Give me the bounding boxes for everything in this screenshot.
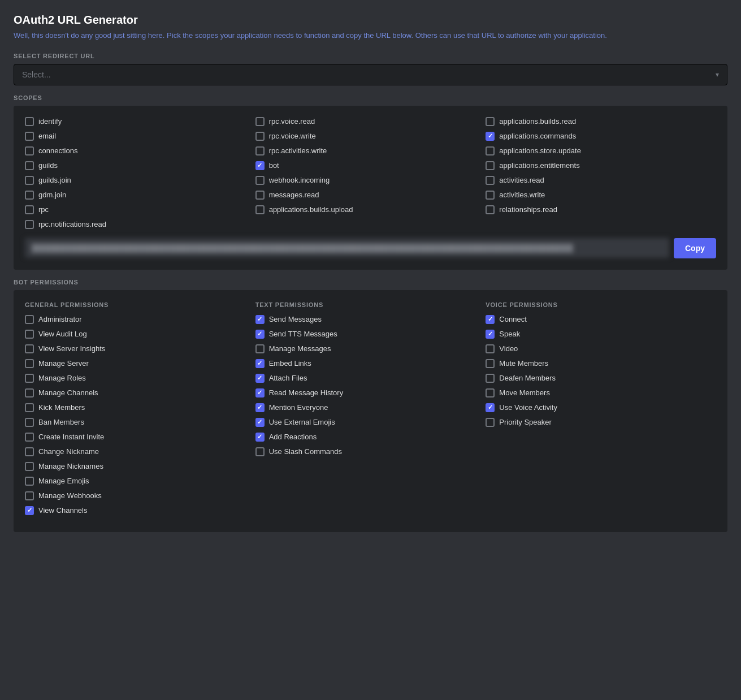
perm-checkbox[interactable] xyxy=(25,447,34,456)
perm-item[interactable]: Manage Messages xyxy=(255,344,475,353)
perm-item[interactable]: Manage Roles xyxy=(25,374,244,383)
perm-checkbox[interactable] xyxy=(25,506,34,515)
scope-checkbox-messages.read[interactable] xyxy=(255,191,265,200)
perm-item[interactable]: Read Message History xyxy=(255,388,475,397)
perm-item[interactable]: View Server Insights xyxy=(25,344,244,353)
scope-item[interactable]: guilds xyxy=(25,161,255,170)
perm-checkbox[interactable] xyxy=(486,388,495,397)
perm-checkbox[interactable] xyxy=(255,403,265,412)
redirect-select[interactable]: Select... ▾ xyxy=(14,64,727,85)
scope-checkbox-connections[interactable] xyxy=(25,146,34,155)
scope-item[interactable]: applications.store.update xyxy=(486,146,716,155)
perm-checkbox[interactable] xyxy=(255,447,265,456)
perm-item[interactable]: Connect xyxy=(486,315,705,324)
scope-item[interactable]: email xyxy=(25,132,255,141)
perm-item[interactable]: Mute Members xyxy=(486,359,705,368)
scope-checkbox-bot[interactable] xyxy=(255,161,265,170)
perm-item[interactable]: Kick Members xyxy=(25,403,244,412)
perm-checkbox[interactable] xyxy=(486,403,495,412)
perm-item[interactable]: Use Slash Commands xyxy=(255,447,475,456)
perm-item[interactable]: Use Voice Activity xyxy=(486,403,705,412)
perm-checkbox[interactable] xyxy=(486,344,495,353)
perm-checkbox[interactable] xyxy=(25,388,34,397)
perm-item[interactable]: Speak xyxy=(486,330,705,339)
perm-checkbox[interactable] xyxy=(255,418,265,427)
perm-item[interactable]: Video xyxy=(486,344,705,353)
scope-item[interactable]: identify xyxy=(25,117,255,126)
perm-checkbox[interactable] xyxy=(486,330,495,339)
perm-checkbox[interactable] xyxy=(25,374,34,383)
perm-item[interactable]: Create Instant Invite xyxy=(25,433,244,442)
scope-checkbox-applications.entitlements[interactable] xyxy=(486,161,495,170)
perm-checkbox[interactable] xyxy=(486,315,495,324)
scope-item[interactable]: rpc.notifications.read xyxy=(25,220,255,229)
perm-checkbox[interactable] xyxy=(25,344,34,353)
perm-checkbox[interactable] xyxy=(25,433,34,442)
scope-item[interactable]: rpc.voice.write xyxy=(255,132,486,141)
scope-checkbox-activities.write[interactable] xyxy=(486,191,495,200)
perm-item[interactable]: View Channels xyxy=(25,506,244,515)
perm-item[interactable]: Deafen Members xyxy=(486,374,705,383)
perm-item[interactable]: Use External Emojis xyxy=(255,418,475,427)
scope-checkbox-rpc.voice.write[interactable] xyxy=(255,132,265,141)
scope-checkbox-applications.commands[interactable] xyxy=(486,132,495,141)
perm-item[interactable]: Manage Nicknames xyxy=(25,462,244,471)
perm-checkbox[interactable] xyxy=(255,344,265,353)
perm-checkbox[interactable] xyxy=(25,477,34,486)
scope-checkbox-relationships.read[interactable] xyxy=(486,205,495,214)
perm-item[interactable]: Embed Links xyxy=(255,359,475,368)
perm-checkbox[interactable] xyxy=(25,315,34,324)
perm-checkbox[interactable] xyxy=(25,359,34,368)
perm-checkbox[interactable] xyxy=(486,418,495,427)
perm-item[interactable]: Manage Channels xyxy=(25,388,244,397)
perm-checkbox[interactable] xyxy=(25,403,34,412)
perm-item[interactable]: View Audit Log xyxy=(25,330,244,339)
perm-item[interactable]: Manage Webhooks xyxy=(25,491,244,500)
scope-checkbox-guilds[interactable] xyxy=(25,161,34,170)
scope-checkbox-rpc.notifications.read[interactable] xyxy=(25,220,34,229)
scope-item[interactable]: gdm.join xyxy=(25,191,255,200)
scope-item[interactable]: applications.commands xyxy=(486,132,716,141)
scope-checkbox-guilds.join[interactable] xyxy=(25,176,34,185)
scope-checkbox-applications.store.update[interactable] xyxy=(486,146,495,155)
perm-item[interactable]: Add Reactions xyxy=(255,433,475,442)
scope-item[interactable]: relationships.read xyxy=(486,205,716,214)
perm-item[interactable]: Ban Members xyxy=(25,418,244,427)
scope-checkbox-rpc.voice.read[interactable] xyxy=(255,117,265,126)
perm-checkbox[interactable] xyxy=(486,374,495,383)
scope-item[interactable]: webhook.incoming xyxy=(255,176,486,185)
perm-checkbox[interactable] xyxy=(25,330,34,339)
scope-item[interactable]: rpc.activities.write xyxy=(255,146,486,155)
perm-item[interactable]: Priority Speaker xyxy=(486,418,705,427)
perm-item[interactable]: Move Members xyxy=(486,388,705,397)
scope-checkbox-rpc.activities.write[interactable] xyxy=(255,146,265,155)
perm-item[interactable]: Send TTS Messages xyxy=(255,330,475,339)
perm-checkbox[interactable] xyxy=(486,359,495,368)
scope-item[interactable]: applications.builds.upload xyxy=(255,205,486,214)
scope-item[interactable]: bot xyxy=(255,161,486,170)
copy-button[interactable]: Copy xyxy=(674,238,716,258)
perm-checkbox[interactable] xyxy=(255,374,265,383)
perm-checkbox[interactable] xyxy=(255,433,265,442)
scope-checkbox-activities.read[interactable] xyxy=(486,176,495,185)
perm-checkbox[interactable] xyxy=(25,462,34,471)
perm-item[interactable]: Change Nickname xyxy=(25,447,244,456)
scope-item[interactable]: guilds.join xyxy=(25,176,255,185)
scope-checkbox-gdm.join[interactable] xyxy=(25,191,34,200)
scope-item[interactable]: applications.builds.read xyxy=(486,117,716,126)
scope-checkbox-rpc[interactable] xyxy=(25,205,34,214)
perm-item[interactable]: Attach Files xyxy=(255,374,475,383)
perm-checkbox[interactable] xyxy=(255,315,265,324)
scope-item[interactable]: rpc xyxy=(25,205,255,214)
scope-checkbox-webhook.incoming[interactable] xyxy=(255,176,265,185)
perm-checkbox[interactable] xyxy=(25,418,34,427)
scope-item[interactable]: messages.read xyxy=(255,191,486,200)
perm-item[interactable]: Mention Everyone xyxy=(255,403,475,412)
perm-checkbox[interactable] xyxy=(255,388,265,397)
scope-checkbox-applications.builds.upload[interactable] xyxy=(255,205,265,214)
scope-item[interactable]: activities.read xyxy=(486,176,716,185)
scope-checkbox-email[interactable] xyxy=(25,132,34,141)
scope-item[interactable]: activities.write xyxy=(486,191,716,200)
scope-item[interactable]: connections xyxy=(25,146,255,155)
scope-checkbox-identify[interactable] xyxy=(25,117,34,126)
